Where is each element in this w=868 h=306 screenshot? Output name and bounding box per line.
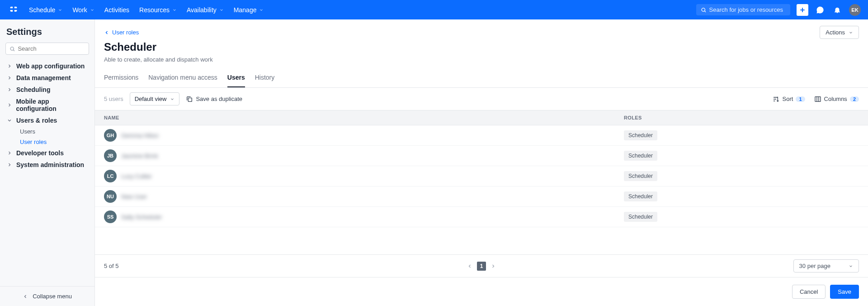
per-page-label: 30 per page — [799, 263, 830, 269]
view-label: Default view — [135, 96, 167, 102]
tab-navigation-menu-access[interactable]: Navigation menu access — [148, 69, 217, 87]
save-button[interactable]: Save — [830, 285, 859, 299]
sidebar-section[interactable]: Users & roles — [3, 115, 92, 126]
per-page-selector[interactable]: 30 per page — [793, 259, 859, 273]
user-name: Lucy Collier — [121, 173, 152, 180]
nav-item-work[interactable]: Work — [72, 6, 94, 14]
svg-point-1 — [10, 47, 14, 50]
table-row[interactable]: GH Gemma Hilton Scheduler — [95, 125, 868, 146]
user-count: 5 users — [104, 96, 123, 102]
sidebar: Settings Web app configurationData manag… — [0, 19, 95, 306]
tab-history[interactable]: History — [255, 69, 275, 87]
sort-count: 1 — [796, 96, 805, 102]
footer-actions: Cancel Save — [95, 277, 868, 306]
topnav-right: EK — [696, 4, 861, 16]
sidebar-section[interactable]: System administration — [3, 159, 92, 171]
user-avatar-initials: LC — [104, 170, 117, 182]
role-tag: Scheduler — [624, 171, 657, 181]
main-content: User roles Actions Scheduler Able to cre… — [95, 19, 868, 306]
user-name: Sally Scheduler — [121, 214, 162, 220]
user-avatar-initials: GH — [104, 129, 117, 142]
breadcrumb-back[interactable]: User roles — [104, 29, 139, 36]
table-header: NAME ROLES — [95, 110, 868, 125]
header-roles[interactable]: ROLES — [624, 115, 859, 120]
save-dup-label: Save as duplicate — [196, 96, 242, 102]
user-avatar-initials: JB — [104, 149, 117, 162]
sidebar-section[interactable]: Web app configuration — [3, 60, 92, 72]
table-footer: 5 of 5 1 30 per page — [95, 254, 868, 277]
sidebar-section[interactable]: Scheduling — [3, 84, 92, 96]
sidebar-nav: Web app configurationData managementSche… — [0, 60, 94, 286]
tabs: PermissionsNavigation menu accessUsersHi… — [95, 69, 868, 88]
page-title: Scheduler — [104, 41, 859, 53]
pagination: 1 — [467, 262, 496, 271]
user-name: Gemma Hilton — [121, 132, 159, 139]
nav-item-availability[interactable]: Availability — [187, 6, 224, 14]
tab-permissions[interactable]: Permissions — [104, 69, 138, 87]
svg-point-0 — [702, 8, 705, 11]
app-logo[interactable] — [7, 4, 20, 16]
header-name[interactable]: NAME — [104, 115, 624, 120]
next-page-icon[interactable] — [491, 263, 496, 269]
prev-page-icon[interactable] — [467, 263, 472, 269]
sidebar-search[interactable] — [5, 43, 89, 55]
svg-rect-3 — [815, 96, 821, 101]
page-number[interactable]: 1 — [477, 262, 486, 271]
save-as-duplicate-button[interactable]: Save as duplicate — [186, 96, 242, 103]
sidebar-section[interactable]: Developer tools — [3, 147, 92, 159]
chat-icon[interactable] — [815, 5, 826, 15]
bell-icon[interactable] — [832, 5, 843, 15]
users-table: NAME ROLES GH Gemma Hilton Scheduler JB … — [95, 110, 868, 254]
cancel-button[interactable]: Cancel — [792, 285, 826, 299]
collapse-label: Collapse menu — [33, 293, 72, 300]
role-tag: Scheduler — [624, 151, 657, 161]
actions-dropdown[interactable]: Actions — [820, 26, 859, 39]
global-search-input[interactable] — [709, 6, 786, 13]
table-row[interactable]: SS Sally Scheduler Scheduler — [95, 207, 868, 227]
collapse-menu-button[interactable]: Collapse menu — [0, 286, 94, 306]
page-subtitle: Able to create, allocate and dispatch wo… — [104, 56, 859, 63]
nav-item-activities[interactable]: Activities — [104, 6, 129, 14]
role-tag: Scheduler — [624, 191, 657, 201]
sidebar-search-input[interactable] — [18, 45, 85, 52]
user-name: Jasmine Brink — [121, 153, 158, 159]
columns-button[interactable]: Columns 2 — [814, 96, 859, 103]
table-row[interactable]: NU New User Scheduler — [95, 186, 868, 207]
columns-count: 2 — [850, 96, 859, 102]
global-search[interactable] — [696, 4, 790, 15]
role-tag: Scheduler — [624, 130, 657, 140]
actions-label: Actions — [826, 29, 845, 36]
user-avatar[interactable]: EK — [849, 4, 861, 16]
table-row[interactable]: LC Lucy Collier Scheduler — [95, 166, 868, 186]
sidebar-item-users[interactable]: Users — [16, 126, 92, 137]
breadcrumb-label: User roles — [112, 29, 139, 36]
sort-label: Sort — [783, 96, 793, 102]
nav-item-manage[interactable]: Manage — [234, 6, 264, 14]
role-tag: Scheduler — [624, 212, 657, 222]
svg-rect-2 — [189, 98, 192, 101]
table-toolbar: 5 users Default view Save as duplicate S… — [95, 88, 868, 110]
sort-button[interactable]: Sort 1 — [773, 96, 805, 103]
nav-items: ScheduleWorkActivitiesResourcesAvailabil… — [29, 6, 696, 14]
user-avatar-initials: NU — [104, 190, 117, 203]
sidebar-item-user-roles[interactable]: User roles — [16, 137, 92, 147]
nav-item-resources[interactable]: Resources — [139, 6, 177, 14]
user-avatar-initials: SS — [104, 210, 117, 223]
view-selector[interactable]: Default view — [130, 92, 180, 105]
sidebar-section[interactable]: Data management — [3, 72, 92, 84]
columns-label: Columns — [824, 96, 847, 102]
row-count: 5 of 5 — [104, 263, 119, 269]
tab-users[interactable]: Users — [227, 69, 245, 87]
nav-item-schedule[interactable]: Schedule — [29, 6, 62, 14]
user-name: New User — [121, 193, 147, 200]
table-row[interactable]: JB Jasmine Brink Scheduler — [95, 146, 868, 166]
create-button[interactable] — [797, 4, 808, 16]
sidebar-section[interactable]: Mobile app configuration — [3, 96, 92, 115]
top-nav: ScheduleWorkActivitiesResourcesAvailabil… — [0, 0, 868, 19]
sidebar-title: Settings — [6, 27, 88, 37]
